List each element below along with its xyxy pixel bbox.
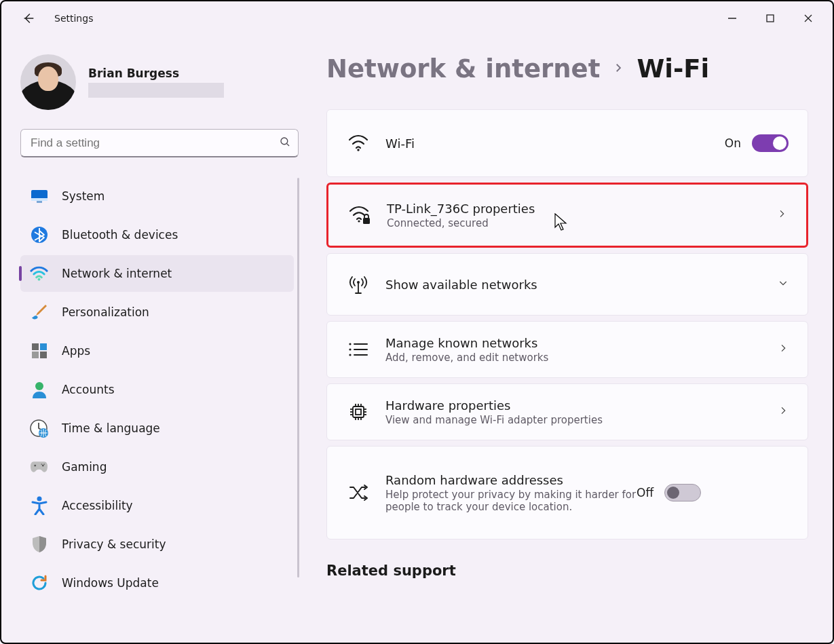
sidebar-item-privacy[interactable]: Privacy & security [20, 526, 294, 563]
card-title: Manage known networks [385, 336, 778, 350]
card-title: Random hardware addresses [385, 473, 637, 487]
sidebar-item-personalization[interactable]: Personalization [20, 294, 294, 330]
sidebar-item-label: Bluetooth & devices [62, 228, 178, 242]
svg-rect-25 [363, 218, 370, 224]
sidebar-item-label: Accessibility [62, 499, 133, 512]
wifi-icon [30, 265, 48, 283]
shield-icon [30, 535, 48, 554]
search-input[interactable] [31, 136, 279, 150]
window-close-button[interactable] [789, 5, 827, 32]
svg-point-21 [43, 463, 45, 465]
card-available-networks[interactable]: Show available networks [326, 253, 808, 316]
chevron-right-icon [776, 208, 787, 222]
breadcrumb-current: Wi-Fi [637, 54, 709, 83]
sidebar-item-bluetooth[interactable]: Bluetooth & devices [20, 216, 294, 253]
profile-email-redacted [88, 83, 224, 98]
svg-point-24 [358, 220, 360, 222]
toggle-state-label: On [725, 136, 741, 150]
update-icon [30, 574, 48, 592]
card-subtitle: Help protect your privacy by making it h… [385, 489, 637, 513]
sidebar-item-network[interactable]: Network & internet [20, 255, 294, 292]
svg-point-15 [35, 382, 43, 390]
avatar [20, 54, 76, 110]
svg-rect-34 [356, 409, 361, 415]
chevron-right-icon [612, 62, 624, 77]
card-subtitle: Connected, secured [387, 217, 776, 229]
titlebar: Settings [1, 1, 833, 35]
list-icon [346, 342, 371, 357]
svg-rect-14 [40, 352, 47, 358]
sidebar-item-windows-update[interactable]: Windows Update [20, 565, 294, 601]
random-mac-toggle[interactable] [664, 484, 701, 501]
sidebar-item-label: Privacy & security [62, 537, 166, 551]
svg-line-5 [287, 143, 289, 145]
card-subtitle: View and manage Wi-Fi adapter properties [385, 414, 778, 426]
content-area: Network & internet Wi-Fi Wi-Fi On [310, 35, 833, 643]
card-title: Show available networks [385, 278, 778, 292]
svg-rect-7 [31, 198, 48, 201]
toggle-state-label: Off [637, 486, 653, 499]
card-title: Hardware properties [385, 398, 778, 413]
sidebar-item-label: Apps [62, 344, 90, 358]
svg-point-31 [349, 354, 351, 356]
sidebar-item-accounts[interactable]: Accounts [20, 371, 294, 408]
chip-icon [346, 402, 371, 422]
card-wifi-master[interactable]: Wi-Fi On [326, 109, 808, 177]
related-support-heading: Related support [326, 563, 808, 579]
sidebar-item-label: System [62, 189, 105, 203]
svg-point-18 [34, 465, 36, 467]
app-title: Settings [54, 13, 93, 24]
svg-rect-33 [353, 406, 364, 417]
sidebar-item-label: Accounts [62, 383, 115, 396]
svg-point-19 [42, 465, 44, 467]
card-title: TP-Link_736C properties [387, 202, 776, 216]
card-subtitle: Add, remove, and edit networks [385, 352, 778, 364]
system-icon [30, 187, 48, 206]
chevron-down-icon [778, 278, 789, 291]
sidebar-item-label: Gaming [62, 460, 107, 474]
card-title: Wi-Fi [385, 136, 725, 151]
profile-block[interactable]: Brian Burgess [20, 54, 306, 110]
svg-point-23 [357, 149, 359, 151]
brush-icon [30, 303, 48, 322]
clock-globe-icon [30, 419, 48, 438]
sidebar-item-gaming[interactable]: Gaming [20, 449, 294, 485]
breadcrumb: Network & internet Wi-Fi [326, 54, 808, 83]
search-icon [279, 136, 291, 151]
wifi-secured-icon [347, 206, 372, 225]
nav-list: System Bluetooth & devices Network & int… [20, 178, 306, 601]
svg-point-27 [349, 343, 351, 345]
back-button[interactable] [15, 11, 42, 26]
wifi-icon [346, 134, 371, 152]
svg-rect-8 [37, 201, 42, 203]
card-hardware-properties[interactable]: Hardware properties View and manage Wi-F… [326, 383, 808, 440]
profile-name: Brian Burgess [88, 67, 224, 80]
shuffle-icon [346, 484, 371, 501]
window-minimize-button[interactable] [713, 5, 751, 32]
sidebar-item-system[interactable]: System [20, 178, 294, 214]
search-box[interactable] [20, 129, 299, 157]
sidebar-item-label: Windows Update [62, 576, 159, 590]
antenna-icon [346, 274, 371, 295]
sidebar-item-label: Time & language [62, 421, 160, 435]
card-random-mac[interactable]: Random hardware addresses Help protect y… [326, 446, 808, 539]
svg-rect-12 [40, 343, 47, 350]
accounts-icon [30, 381, 48, 399]
accessibility-icon [30, 497, 48, 515]
sidebar-item-apps[interactable]: Apps [20, 333, 294, 369]
sidebar-item-accessibility[interactable]: Accessibility [20, 487, 294, 524]
bluetooth-icon [30, 226, 48, 244]
svg-point-20 [41, 463, 42, 465]
svg-rect-13 [32, 352, 39, 358]
svg-point-4 [281, 138, 288, 145]
apps-icon [30, 342, 48, 360]
breadcrumb-parent[interactable]: Network & internet [326, 54, 600, 83]
card-wifi-properties[interactable]: TP-Link_736C properties Connected, secur… [326, 183, 808, 248]
window-maximize-button[interactable] [751, 5, 789, 32]
svg-point-22 [37, 497, 41, 501]
sidebar-item-label: Network & internet [62, 267, 172, 280]
card-manage-known[interactable]: Manage known networks Add, remove, and e… [326, 321, 808, 378]
wifi-toggle[interactable] [752, 134, 789, 152]
chevron-right-icon [778, 405, 789, 419]
sidebar-item-time-language[interactable]: Time & language [20, 410, 294, 447]
